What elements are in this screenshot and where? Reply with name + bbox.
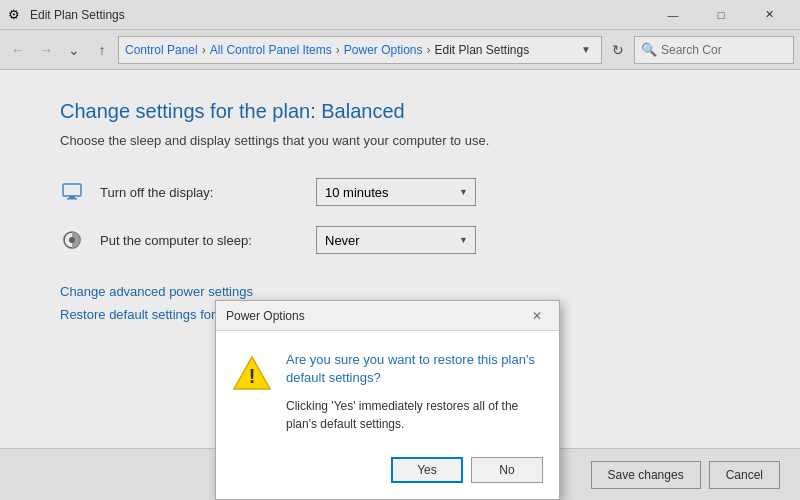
- no-button[interactable]: No: [471, 457, 543, 483]
- power-options-dialog: Power Options ✕ ! Are you sure you want …: [215, 300, 560, 500]
- yes-button[interactable]: Yes: [391, 457, 463, 483]
- svg-text:!: !: [249, 365, 256, 387]
- dialog-text-block: Are you sure you want to restore this pl…: [286, 351, 543, 433]
- warning-icon: !: [232, 353, 272, 393]
- dialog-title: Power Options: [226, 309, 525, 323]
- dialog-close-button[interactable]: ✕: [525, 304, 549, 328]
- dialog-title-bar: Power Options ✕: [216, 301, 559, 331]
- dialog-info: Clicking 'Yes' immediately restores all …: [286, 397, 543, 433]
- dialog-body: ! Are you sure you want to restore this …: [216, 331, 559, 499]
- dialog-content: ! Are you sure you want to restore this …: [232, 351, 543, 433]
- dialog-question: Are you sure you want to restore this pl…: [286, 351, 543, 387]
- dialog-buttons: Yes No: [232, 449, 543, 483]
